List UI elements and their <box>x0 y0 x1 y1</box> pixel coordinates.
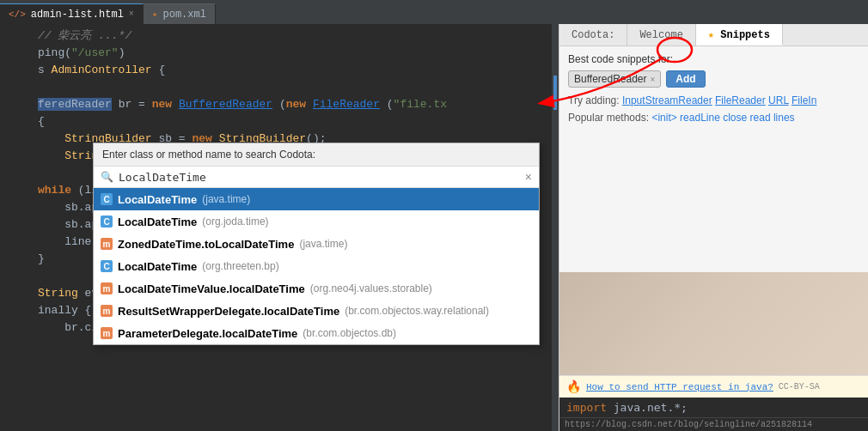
tab-close-icon[interactable]: × <box>129 9 134 19</box>
rp-tab-label: Codota: <box>572 29 614 41</box>
how-to-bar: 🔥 How to send HTTP request in java? CC-B… <box>559 375 868 398</box>
method-lines[interactable]: lines <box>773 112 795 124</box>
code-line-blank1 <box>0 79 552 96</box>
tab-pom-xml[interactable]: ✦ pom.xml <box>144 3 216 24</box>
tab-bar: </> admin-list.html × ✦ pom.xml <box>0 0 868 24</box>
face-area <box>559 272 868 375</box>
class-icon: C <box>101 193 113 205</box>
tab-admin-list[interactable]: </> admin-list.html × <box>0 3 144 24</box>
method-icon: m <box>101 305 113 317</box>
class-icon: C <box>101 216 113 228</box>
try-link-inputstreamreader[interactable]: InputStreamReader <box>622 94 712 106</box>
url-bar: https://blog.csdn.net/blog/selingline/a2… <box>559 417 868 431</box>
autocomplete-list: C LocalDateTime (java.time) C LocalDateT… <box>94 188 539 344</box>
right-panel-tabs: Codota: Welcome ★ Snippets <box>559 24 868 46</box>
editor-area[interactable]: // 柴云亮 ...*/ ping("/user") s AdminContro… <box>0 24 552 431</box>
face-image <box>559 272 868 375</box>
code-line-2: s AdminController { <box>0 62 552 79</box>
ac-name: ResultSetWrapperDelegate.localDateTime <box>118 305 339 318</box>
html-icon: </> <box>9 9 26 20</box>
ac-name: LocalDateTime <box>118 193 197 206</box>
add-button[interactable]: Add <box>666 70 705 88</box>
popular-methods-row: Popular methods: <init> readLine close r… <box>568 112 859 124</box>
ac-name: LocalDateTime <box>118 216 197 228</box>
code-line-1: ping("/user") <box>0 45 552 62</box>
autocomplete-header: Enter class or method name to search Cod… <box>94 143 539 167</box>
ac-package: (org.threeten.bp) <box>202 260 278 272</box>
bufferedreader-chip[interactable]: BufferedReader × <box>568 70 661 88</box>
autocomplete-popup[interactable]: Enter class or method name to search Cod… <box>93 143 540 345</box>
try-link-filereader[interactable]: FileReader <box>715 94 766 106</box>
chip-label: BufferedReader <box>574 73 647 85</box>
class-icon: C <box>101 260 113 272</box>
method-icon: m <box>101 282 113 294</box>
rp-chips-row: BufferedReader × Add <box>568 70 859 88</box>
autocomplete-item-0[interactable]: C LocalDateTime (java.time) <box>94 188 539 210</box>
cc-label: CC-BY-SA <box>779 382 820 392</box>
tab-label: pom.xml <box>162 9 205 21</box>
autocomplete-item-3[interactable]: C LocalDateTime (org.threeten.bp) <box>94 255 539 277</box>
how-to-link[interactable]: How to send HTTP request in java? <box>586 382 773 392</box>
autocomplete-item-6[interactable]: m ParameterDelegate.localDateTime (br.co… <box>94 322 539 344</box>
tab-label: admin-list.html <box>31 9 124 21</box>
rp-tab-label: Snippets <box>720 29 770 41</box>
method-read[interactable]: read <box>750 112 771 124</box>
xml-icon: ✦ <box>152 9 158 20</box>
try-link-filein[interactable]: FileIn <box>792 94 816 106</box>
ac-name: LocalDateTime <box>118 260 197 273</box>
try-link-url[interactable]: URL <box>768 94 789 106</box>
code-line-comment: // 柴云亮 ...*/ <box>0 27 552 45</box>
right-panel: Codota: Welcome ★ Snippets Best code sni… <box>559 24 868 431</box>
codota-search-input[interactable] <box>119 171 520 184</box>
autocomplete-item-1[interactable]: C LocalDateTime (org.joda.time) <box>94 210 539 233</box>
method-icon: m <box>101 327 113 339</box>
autocomplete-item-2[interactable]: m ZonedDateTime.toLocalDateTime (java.ti… <box>94 233 539 255</box>
code-line-brace1: { <box>0 113 552 131</box>
scroll-position <box>553 76 557 110</box>
ac-name: LocalDateTimeValue.localDateTime <box>118 282 305 295</box>
ac-package: (br.com.objectos.db) <box>303 327 396 339</box>
chip-close-icon[interactable]: × <box>651 75 656 84</box>
ac-package: (java.time) <box>299 238 347 250</box>
import-line: import java.net.*; <box>559 398 868 417</box>
search-input-row: 🔍 × <box>94 167 539 188</box>
method-icon: m <box>101 238 113 250</box>
ac-package: (org.joda.time) <box>202 216 268 228</box>
rp-content-area: Best code snippets for: BufferedReader ×… <box>559 46 868 272</box>
ac-name: ParameterDelegate.localDateTime <box>118 327 297 340</box>
try-adding-row: Try adding: InputStreamReader FileReader… <box>568 94 859 106</box>
rp-tab-welcome[interactable]: Welcome <box>627 24 695 46</box>
ac-name: ZonedDateTime.toLocalDateTime <box>118 238 294 251</box>
scroll-strip[interactable] <box>552 24 559 431</box>
autocomplete-item-5[interactable]: m ResultSetWrapperDelegate.localDateTime… <box>94 300 539 322</box>
autocomplete-item-4[interactable]: m LocalDateTimeValue.localDateTime (org.… <box>94 277 539 300</box>
ac-package: (java.time) <box>202 193 250 205</box>
best-snippets-label: Best code snippets for: <box>568 53 859 65</box>
method-init[interactable]: <init> <box>651 112 676 124</box>
method-readline[interactable]: readLine <box>680 112 720 124</box>
ac-package: (br.com.objectos.way.relational) <box>345 305 489 317</box>
rp-tab-snippets[interactable]: ★ Snippets <box>696 24 783 46</box>
ac-package: (org.neo4j.values.storable) <box>310 282 432 294</box>
method-close[interactable]: close <box>723 112 747 124</box>
rp-tab-label: Welcome <box>639 29 682 41</box>
search-icon: 🔍 <box>101 171 113 183</box>
code-line-br: feredReader br = new BufferedReader (new… <box>0 96 552 113</box>
search-clear-icon[interactable]: × <box>525 170 532 184</box>
main-content: // 柴云亮 ...*/ ping("/user") s AdminContro… <box>0 24 868 431</box>
fire-icon: 🔥 <box>566 379 581 394</box>
rp-tab-codota[interactable]: Codota: <box>559 24 627 46</box>
